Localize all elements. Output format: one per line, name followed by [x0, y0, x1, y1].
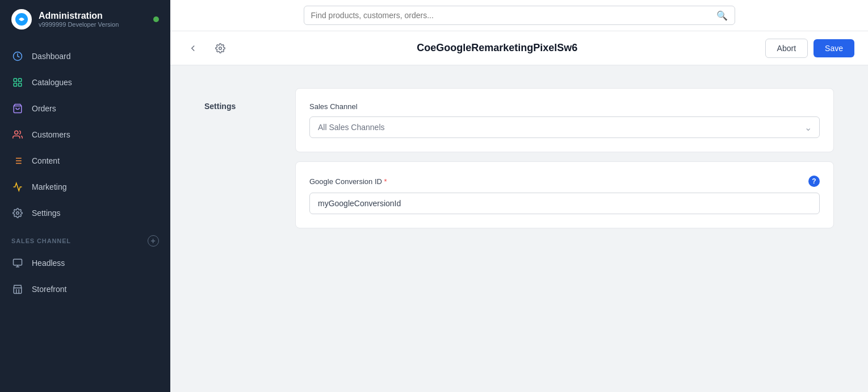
svg-rect-3 — [19, 78, 22, 81]
sidebar-header: Administration v9999999 Developer Versio… — [0, 0, 170, 39]
sidebar-item-catalogues[interactable]: Catalogues — [0, 69, 170, 95]
sales-channel-panel: Sales Channel All Sales Channels ⌄ — [295, 88, 834, 152]
abort-button[interactable]: Abort — [765, 39, 808, 58]
catalogues-label: Catalogues — [32, 78, 72, 87]
orders-label: Orders — [32, 104, 56, 113]
catalogues-icon — [11, 76, 24, 89]
app-name: Administration — [39, 11, 146, 21]
storefront-icon — [11, 283, 24, 295]
settings-icon — [11, 207, 24, 219]
sidebar-item-storefront[interactable]: Storefront — [0, 276, 170, 302]
svg-point-20 — [219, 47, 222, 49]
topbar: 🔍 — [170, 0, 868, 31]
page-header: CoeGoogleRemarketingPixelSw6 Abort Save — [170, 31, 868, 65]
search-icon: 🔍 — [716, 10, 728, 21]
content-icon — [11, 155, 24, 167]
dashboard-label: Dashboard — [32, 52, 71, 61]
sidebar-item-marketing[interactable]: Marketing — [0, 174, 170, 200]
sales-channel-select[interactable]: All Sales Channels — [309, 116, 820, 138]
sales-channel-select-wrapper: All Sales Channels ⌄ — [309, 116, 820, 138]
conversion-id-panel: Google Conversion ID * ? — [295, 161, 834, 228]
conversion-field-label-row: Google Conversion ID * ? — [309, 176, 820, 187]
headless-icon — [11, 257, 24, 269]
app-version: v9999999 Developer Version — [39, 21, 146, 28]
back-button[interactable] — [184, 39, 202, 57]
sales-channel-section: Sales Channel + — [0, 226, 170, 250]
svg-rect-15 — [14, 259, 22, 265]
content-label: Content — [32, 156, 60, 165]
save-button[interactable]: Save — [814, 39, 854, 57]
page-title: CoeGoogleRemarketingPixelSw6 — [238, 42, 756, 54]
headless-label: Headless — [32, 258, 65, 268]
marketing-icon — [11, 181, 24, 193]
dashboard-icon — [11, 50, 24, 62]
app-logo — [11, 9, 32, 30]
online-indicator — [153, 16, 159, 22]
sidebar-item-dashboard[interactable]: Dashboard — [0, 43, 170, 69]
add-sales-channel-button[interactable]: + — [148, 235, 159, 247]
main-area: 🔍 CoeGoogleRemarketingPixelSw6 Abort Sav… — [170, 0, 868, 392]
app-title-block: Administration v9999999 Developer Versio… — [39, 11, 146, 28]
sidebar: Administration v9999999 Developer Versio… — [0, 0, 170, 392]
svg-rect-4 — [14, 84, 16, 86]
sidebar-item-orders[interactable]: Orders — [0, 95, 170, 122]
marketing-label: Marketing — [32, 182, 66, 191]
sales-channel-field-label: Sales Channel — [309, 102, 820, 111]
page-settings-button[interactable] — [211, 39, 229, 57]
sidebar-item-settings[interactable]: Settings — [0, 200, 170, 226]
svg-point-14 — [16, 212, 19, 215]
storefront-label: Storefront — [32, 285, 66, 294]
sidebar-item-content[interactable]: Content — [0, 148, 170, 174]
svg-rect-5 — [19, 84, 22, 86]
settings-label: Settings — [32, 208, 61, 218]
sidebar-item-customers[interactable]: Customers — [0, 122, 170, 148]
help-icon[interactable]: ? — [808, 176, 820, 187]
conversion-id-input[interactable] — [309, 193, 820, 214]
customers-label: Customers — [32, 130, 70, 139]
customers-icon — [11, 128, 24, 141]
search-input[interactable] — [311, 6, 716, 24]
content-area: Settings Sales Channel All Sales Channel… — [170, 65, 868, 392]
search-wrapper: 🔍 — [304, 6, 735, 25]
svg-rect-2 — [14, 78, 16, 81]
content-panels: Sales Channel All Sales Channels ⌄ Googl… — [295, 88, 834, 369]
sidebar-item-headless[interactable]: Headless — [0, 250, 170, 276]
required-indicator: * — [384, 177, 387, 186]
settings-section-label: Settings — [204, 88, 272, 369]
conversion-field-label: Google Conversion ID * — [309, 177, 387, 186]
svg-point-7 — [15, 131, 18, 134]
main-nav: Dashboard Catalogues — [0, 39, 170, 392]
header-actions: Abort Save — [765, 39, 854, 58]
orders-icon — [11, 102, 24, 115]
